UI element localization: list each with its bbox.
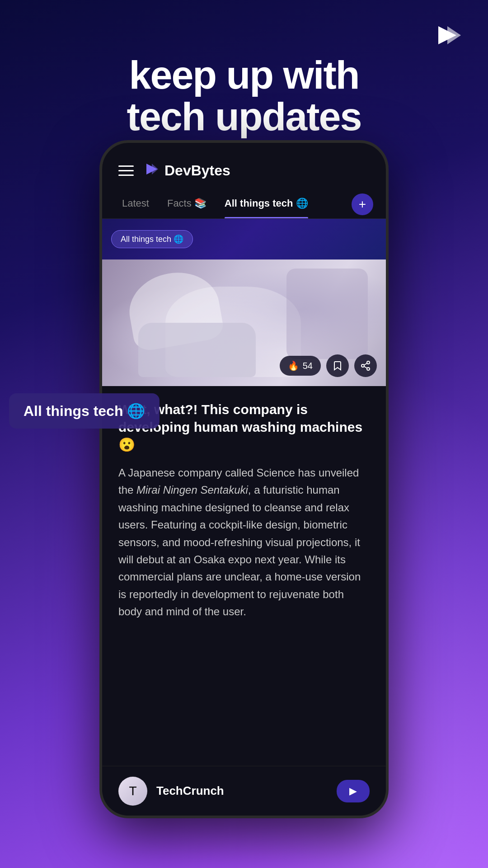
headline-line2: tech updates — [27, 96, 461, 137]
article-image: 🔥 54 — [102, 259, 386, 386]
fire-icon: 🔥 — [288, 360, 299, 371]
hamburger-line — [118, 175, 134, 176]
car-seat-shape — [138, 323, 256, 377]
svg-point-5 — [361, 364, 364, 367]
svg-line-7 — [364, 367, 367, 368]
app-header: DevBytes — [102, 143, 386, 190]
tab-bar: Latest Facts 📚 All things tech 🌐 + — [102, 190, 386, 219]
headline-line1: keep up with — [27, 54, 461, 96]
floating-category-badge: All things tech 🌐 — [9, 393, 160, 429]
source-bar: T TechCrunch ▶ — [102, 766, 386, 816]
tab-all-things-tech[interactable]: All things tech 🌐 — [217, 190, 315, 218]
phone-screen: DevBytes Latest Facts 📚 All things tech … — [102, 143, 386, 816]
source-action-button[interactable]: ▶ — [337, 780, 370, 802]
article-action-bar: 🔥 54 — [280, 354, 377, 377]
tab-add-button[interactable]: + — [352, 193, 373, 215]
article-body: A Japanese company called Science has un… — [118, 464, 370, 621]
svg-point-4 — [367, 361, 370, 364]
svg-line-8 — [364, 363, 367, 365]
top-logo-icon — [434, 22, 461, 49]
category-chip[interactable]: All things tech 🌐 — [111, 230, 193, 248]
svg-marker-1 — [447, 26, 461, 44]
fire-reaction-button[interactable]: 🔥 54 — [280, 356, 321, 376]
app-logo: DevBytes — [145, 162, 230, 179]
hamburger-line — [118, 170, 134, 171]
phone-mockup: DevBytes Latest Facts 📚 All things tech … — [99, 140, 389, 818]
article-body-rest: , a futuristic human washing machine des… — [118, 484, 361, 618]
svg-marker-3 — [152, 164, 158, 175]
source-avatar: T — [118, 777, 147, 806]
svg-point-6 — [367, 368, 370, 370]
tab-facts[interactable]: Facts 📚 — [160, 190, 214, 218]
source-name: TechCrunch — [156, 784, 224, 798]
devbytes-logo-icon — [145, 162, 159, 179]
hamburger-line — [118, 165, 134, 167]
floating-badge-text: All things tech 🌐 — [23, 402, 145, 420]
car-shape-3 — [286, 269, 368, 359]
hamburger-menu-button[interactable] — [118, 165, 134, 176]
app-name-label: DevBytes — [164, 162, 230, 179]
bookmark-button[interactable] — [326, 354, 349, 377]
share-button[interactable] — [354, 354, 377, 377]
article-body-italic: Mirai Ningen Sentakuki — [136, 484, 248, 496]
headline: keep up with tech updates — [27, 54, 461, 138]
tab-latest[interactable]: Latest — [115, 190, 156, 218]
source-avatar-initial: T — [129, 784, 136, 798]
fire-count: 54 — [303, 361, 313, 371]
category-peek-strip: All things tech 🌐 — [102, 219, 386, 259]
